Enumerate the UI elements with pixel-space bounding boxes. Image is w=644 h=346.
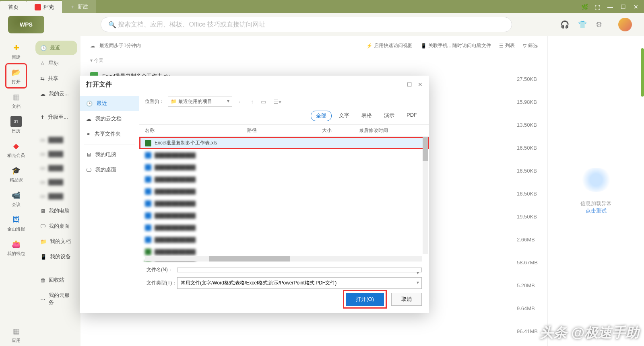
file-size: 16.50KB — [517, 191, 538, 197]
search-input[interactable]: 🔍 搜索文档、应用、模板、Office 技巧或直接访问网址 — [101, 17, 512, 32]
window-close[interactable]: ✕ — [631, 2, 641, 12]
tab-docer[interactable]: 稻壳 — [27, 1, 62, 13]
window-skin-icon[interactable]: ⬚ — [592, 2, 602, 12]
section-today: ▾ 今天 — [90, 57, 538, 64]
window-deco-icon: 🌿 — [580, 2, 589, 12]
file-row[interactable]: ████████████ — [139, 185, 429, 198]
sp-docs[interactable]: 📁我的文档 — [35, 234, 77, 249]
filter-sheet[interactable]: 表格 — [357, 111, 377, 121]
view-mode-icon[interactable]: ☰▾ — [272, 99, 283, 105]
sp-cloudsvc[interactable]: ⋯我的云服务 — [35, 288, 77, 310]
rail-calendar[interactable]: 31日历 — [6, 113, 26, 136]
file-row-selected[interactable]: Excel批量复制多个工作表.xls — [139, 137, 429, 149]
filetype-select[interactable]: 常用文件(文字/Word格式;表格/Excel格式;演示/PowerPoint格… — [177, 277, 422, 289]
open-button[interactable]: 打开(O) — [346, 293, 384, 306]
satellite-icon — [580, 168, 612, 192]
upgrade-icon: ⬆ — [40, 114, 45, 120]
filter-pdf[interactable]: PDF — [402, 111, 422, 121]
sp-blur4[interactable]: ▭████ — [35, 175, 77, 189]
tshirt-icon[interactable]: 👕 — [578, 20, 587, 29]
tab-docer-label: 稻壳 — [43, 4, 54, 11]
col-date[interactable]: 最后修改时间 — [359, 127, 423, 134]
filter-all[interactable]: 全部 — [311, 111, 332, 121]
file-row[interactable]: ████████████ — [139, 173, 429, 185]
tab-new[interactable]: ＋新建 — [62, 0, 96, 13]
new-folder-icon[interactable]: ▭ — [259, 99, 268, 105]
folder-icon: 📁 — [40, 239, 47, 245]
nav-back-icon[interactable]: ← — [236, 99, 245, 105]
filename-label: 文件名(N)： — [147, 266, 177, 273]
view-list[interactable]: ☰ 列表 — [499, 42, 515, 49]
rail-course[interactable]: 🎓精品课 — [6, 163, 26, 185]
cancel-button[interactable]: 取消 — [391, 293, 422, 306]
location-select[interactable]: 📁 最近使用的项目 — [168, 97, 232, 107]
pc-icon: 🖥 — [86, 152, 91, 158]
ms-shared[interactable]: ⚭共享文件夹 — [80, 126, 139, 142]
sp-upgrade[interactable]: ⬆升级至... — [35, 110, 77, 124]
file-row[interactable]: ████████████ — [139, 161, 429, 173]
sp-recycle[interactable]: 🗑回收站 — [35, 273, 77, 287]
col-path[interactable]: 路径 — [247, 127, 322, 134]
file-size: 19.50KB — [517, 214, 538, 220]
ms-cloud[interactable]: ☁我的云文档 — [80, 111, 139, 126]
filter-slide[interactable]: 演示 — [379, 111, 399, 121]
filter-toggle[interactable]: ▽ 筛选 — [523, 42, 538, 49]
retry-link[interactable]: 点击重试 — [586, 207, 607, 214]
sp-share[interactable]: ⇆共享 — [35, 71, 77, 86]
file-row[interactable]: ████████████ — [139, 210, 429, 222]
folder-icon: 📁 — [171, 99, 177, 104]
rail-new[interactable]: ✚新建 — [6, 40, 26, 63]
ms-pc[interactable]: 🖥我的电脑 — [80, 147, 139, 162]
window-minimize[interactable]: — — [605, 2, 615, 12]
nav-up-icon[interactable]: ↑ — [249, 99, 255, 105]
sp-desktop[interactable]: 🖵我的桌面 — [35, 219, 77, 233]
toolbar: WPS 🔍 搜索文档、应用、模板、Office 技巧或直接访问网址 🎧 👕 ⚙ — [0, 13, 644, 36]
scrollbar-vertical[interactable] — [423, 137, 428, 254]
sp-star[interactable]: ☆星标 — [35, 56, 77, 70]
user-avatar[interactable] — [618, 18, 632, 31]
file-row[interactable]: ████████████ — [139, 149, 429, 161]
scrollbar-horizontal[interactable] — [145, 256, 422, 262]
dialog-close[interactable]: ✕ — [418, 81, 423, 88]
calendar-icon: 31 — [10, 116, 22, 127]
file-size: 15.98KB — [517, 99, 538, 105]
rail-wallet[interactable]: 👛我的钱包 — [6, 236, 26, 259]
sp-blur5[interactable]: ▭████ — [35, 189, 77, 203]
filename-input[interactable] — [177, 268, 422, 272]
rail-poster[interactable]: 🖼金山海报 — [6, 212, 26, 235]
file-row[interactable]: ████████████ — [139, 234, 429, 246]
sp-blur1[interactable]: ▭████ — [35, 133, 77, 146]
file-row[interactable]: ████████████ — [139, 198, 429, 210]
tab-home[interactable]: 首页 — [0, 1, 27, 13]
sp-cloud[interactable]: ☁我的云... — [35, 86, 77, 101]
sp-blur3[interactable]: ▭████ — [35, 161, 77, 175]
window-maximize[interactable]: ☐ — [618, 2, 628, 12]
sp-blur2[interactable]: ▭████ — [35, 147, 77, 161]
ms-desktop[interactable]: 🖵我的桌面 — [80, 162, 139, 177]
quick-access-toggle[interactable]: ⚡ 启用快速访问视图 — [366, 42, 413, 49]
graduation-icon: 🎓 — [10, 165, 22, 176]
rail-apps[interactable]: ▦应用 — [6, 323, 26, 346]
page-scrollbar[interactable] — [641, 48, 644, 97]
dialog-maximize[interactable]: ☐ — [407, 81, 412, 88]
ms-recent[interactable]: 🕒最近 — [80, 96, 139, 111]
rail-docs[interactable]: ▦文档 — [6, 89, 26, 112]
sp-devices[interactable]: 📱我的设备 — [35, 249, 77, 264]
file-size: 5.20MB — [517, 282, 538, 288]
col-size[interactable]: 大小 — [322, 127, 359, 134]
phone-link[interactable]: 📱 关联手机，随时访问电脑文件 — [421, 42, 491, 49]
rail-meeting[interactable]: 📹会议 — [6, 187, 26, 210]
rail-docer-vip[interactable]: ◆稻壳会员 — [6, 138, 26, 161]
pc-icon: 🖥 — [40, 208, 45, 214]
sp-pc[interactable]: 🖥我的电脑 — [35, 204, 77, 218]
sp-recent[interactable]: 🕒最近 — [35, 41, 77, 55]
headset-icon[interactable]: 🎧 — [560, 20, 569, 29]
rail-open[interactable]: 📂打开 — [6, 64, 26, 87]
file-row[interactable]: ████████████ — [139, 222, 429, 234]
gear-icon[interactable]: ⚙ — [596, 20, 602, 29]
trash-icon: 🗑 — [40, 277, 45, 283]
filter-text[interactable]: 文字 — [334, 111, 354, 121]
col-name[interactable]: 名称 — [145, 127, 247, 134]
list-body: Excel批量复制多个工作表.xls ████████████ ████████… — [139, 137, 429, 262]
file-size: 58.67MB — [517, 260, 538, 266]
